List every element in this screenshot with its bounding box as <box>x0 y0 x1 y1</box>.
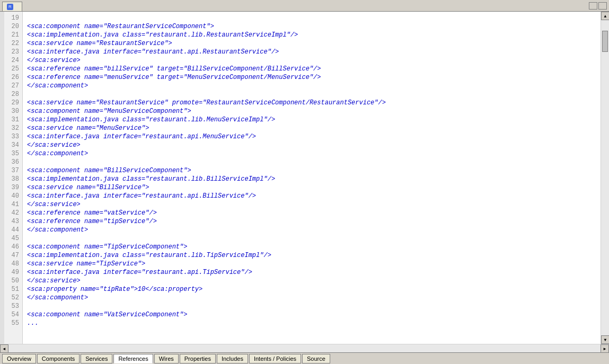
code-line: <sca:reference name="tipService"/> <box>27 217 598 226</box>
bottom-tab-properties[interactable]: Properties <box>180 354 216 363</box>
vertical-scrollbar[interactable]: ▲ ▼ <box>601 12 609 344</box>
line-number: 46 <box>6 243 19 251</box>
bottom-tab-bar: OverviewComponentsServicesReferencesWire… <box>0 352 609 364</box>
bottom-tab-components[interactable]: Components <box>37 354 80 363</box>
line-number: 39 <box>6 183 19 192</box>
code-line: <sca:interface.java interface="restauran… <box>27 192 598 200</box>
scroll-left-button[interactable]: ◄ <box>0 344 8 353</box>
line-number: 30 <box>6 107 19 116</box>
line-number: 32 <box>6 124 19 132</box>
maximize-button[interactable] <box>598 2 607 10</box>
line-number: 26 <box>6 73 19 82</box>
line-number: 47 <box>6 251 19 260</box>
line-number: 24 <box>6 56 19 65</box>
horizontal-scrollbar[interactable]: ◄ ► <box>0 344 609 352</box>
code-line: <sca:implementation.java class="restaura… <box>27 31 598 39</box>
scroll-thumb[interactable] <box>602 31 608 52</box>
code-line: <sca:component name="TipServiceComponent… <box>27 243 598 251</box>
line-number: 44 <box>6 226 19 234</box>
scroll-track[interactable] <box>601 20 609 335</box>
bottom-tab-services[interactable]: Services <box>81 354 112 363</box>
marker-gutter <box>0 12 4 344</box>
bottom-tab-references[interactable]: References <box>113 354 153 363</box>
code-line: </sca:service> <box>27 277 598 285</box>
line-number: 19 <box>6 14 19 22</box>
line-number: 41 <box>6 200 19 209</box>
line-number: 53 <box>6 302 19 310</box>
line-number: 54 <box>6 310 19 319</box>
code-line: ... <box>27 319 598 327</box>
bottom-tab-includes[interactable]: Includes <box>217 354 248 363</box>
scroll-down-button[interactable]: ▼ <box>601 335 609 344</box>
bottom-tab-intents---policies[interactable]: Intents / Policies <box>249 354 301 363</box>
code-line: <sca:reference name="billService" target… <box>27 65 598 73</box>
code-line: <sca:property name="tipRate">10</sca:pro… <box>27 285 598 294</box>
line-number: 40 <box>6 192 19 200</box>
title-bar: R <box>0 0 609 12</box>
line-number: 38 <box>6 175 19 183</box>
code-line: <sca:service name="MenuService"> <box>27 124 598 132</box>
line-number: 43 <box>6 217 19 226</box>
code-line <box>27 158 598 166</box>
line-number: 49 <box>6 268 19 277</box>
code-line <box>27 90 598 99</box>
code-line: <sca:implementation.java class="restaura… <box>27 175 598 183</box>
code-line: <sca:component name="VatServiceComponent… <box>27 310 598 319</box>
line-number: 51 <box>6 285 19 294</box>
window-controls <box>589 2 607 10</box>
tab-area: R <box>2 0 22 11</box>
scroll-up-button[interactable]: ▲ <box>601 12 609 20</box>
code-line: <sca:component name="MenuServiceComponen… <box>27 107 598 116</box>
line-number: 34 <box>6 141 19 149</box>
minimize-button[interactable] <box>589 2 597 10</box>
line-numbers: 1920212223242526272829303132333435363738… <box>4 12 23 344</box>
code-line: <sca:interface.java interface="restauran… <box>27 268 598 277</box>
bottom-tab-wires[interactable]: Wires <box>154 354 179 363</box>
code-line: <sca:service name="TipService"> <box>27 260 598 268</box>
bottom-tab-overview[interactable]: Overview <box>2 354 36 363</box>
code-line <box>27 14 598 22</box>
code-line <box>27 302 598 310</box>
code-line: <sca:interface.java interface="restauran… <box>27 48 598 56</box>
line-number: 21 <box>6 31 19 39</box>
code-line: <sca:component name="RestaurantServiceCo… <box>27 22 598 31</box>
line-number: 36 <box>6 158 19 166</box>
code-line: <sca:service name="BillService"> <box>27 183 598 192</box>
line-number: 22 <box>6 39 19 48</box>
code-editor[interactable]: <sca:component name="RestaurantServiceCo… <box>23 12 601 344</box>
code-line: <sca:interface.java interface="restauran… <box>27 132 598 141</box>
code-line: <sca:component name="BillServiceComponen… <box>27 166 598 175</box>
line-number: 55 <box>6 319 19 327</box>
scroll-right-button[interactable]: ► <box>601 344 609 353</box>
code-line: </sca:component> <box>27 294 598 302</box>
bottom-tab-source[interactable]: Source <box>302 354 330 363</box>
code-line: <sca:implementation.java class="restaura… <box>27 251 598 260</box>
code-line: <sca:implementation.java class="restaura… <box>27 116 598 124</box>
line-number: 27 <box>6 82 19 90</box>
line-number: 31 <box>6 116 19 124</box>
code-line: </sca:component> <box>27 82 598 90</box>
line-number: 45 <box>6 234 19 243</box>
line-number: 33 <box>6 132 19 141</box>
line-number: 20 <box>6 22 19 31</box>
line-number: 52 <box>6 294 19 302</box>
code-line: </sca:component> <box>27 149 598 158</box>
line-number: 50 <box>6 277 19 285</box>
code-line: <sca:reference name="menuService" target… <box>27 73 598 82</box>
line-number: 25 <box>6 65 19 73</box>
line-number: 48 <box>6 260 19 268</box>
editor-container: 1920212223242526272829303132333435363738… <box>0 12 609 344</box>
code-line: </sca:service> <box>27 200 598 209</box>
scroll-track-horizontal[interactable] <box>8 344 601 352</box>
line-number: 37 <box>6 166 19 175</box>
line-number: 42 <box>6 209 19 217</box>
code-line: </sca:service> <box>27 141 598 149</box>
line-number: 23 <box>6 48 19 56</box>
code-line: <sca:service name="RestaurantService"> <box>27 39 598 48</box>
editor-tab[interactable]: R <box>2 2 22 11</box>
code-line: <sca:service name="RestaurantService" pr… <box>27 99 598 107</box>
line-number: 28 <box>6 90 19 99</box>
code-line <box>27 234 598 243</box>
code-line: <sca:reference name="vatService"/> <box>27 209 598 217</box>
tab-icon: R <box>7 4 13 10</box>
